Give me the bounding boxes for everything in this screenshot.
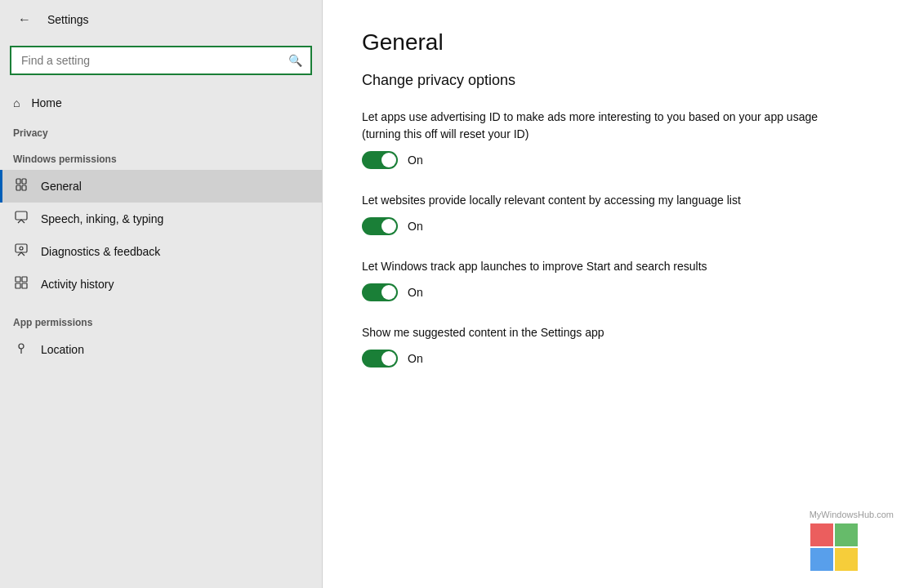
svg-rect-3 xyxy=(22,185,26,190)
logo-blue xyxy=(810,548,833,571)
svg-rect-1 xyxy=(16,185,20,190)
svg-rect-0 xyxy=(16,179,20,184)
advertising-description: Let apps use advertising ID to make ads … xyxy=(362,109,819,143)
language-state: On xyxy=(408,220,423,233)
advertising-state: On xyxy=(408,154,423,167)
svg-rect-7 xyxy=(16,277,20,282)
svg-point-11 xyxy=(19,344,24,349)
watermark: MyWindowsHub.com xyxy=(810,510,894,572)
sidebar-item-home[interactable]: ⌂ Home xyxy=(0,88,322,118)
home-icon: ⌂ xyxy=(13,96,20,109)
sidebar-item-diagnostics[interactable]: Diagnostics & feedback xyxy=(0,235,322,268)
section-title: Change privacy options xyxy=(362,72,871,89)
sidebar-item-activity[interactable]: Activity history xyxy=(0,268,322,301)
titlebar: ← Settings xyxy=(0,0,322,39)
windows-permissions-label: Windows permissions xyxy=(0,144,322,170)
watermark-text: MyWindowsHub.com xyxy=(810,510,894,519)
location-icon xyxy=(13,341,29,358)
search-input[interactable] xyxy=(11,47,280,74)
setting-suggested: Show me suggested content in the Setting… xyxy=(362,324,871,368)
track-state: On xyxy=(408,286,423,299)
svg-rect-5 xyxy=(16,244,27,252)
activity-label: Activity history xyxy=(41,278,114,291)
language-description: Let websites provide locally relevant co… xyxy=(362,192,819,209)
advertising-toggle-row: On xyxy=(362,151,871,169)
back-icon: ← xyxy=(18,12,31,27)
titlebar-title: Settings xyxy=(47,13,89,26)
track-description: Let Windows track app launches to improv… xyxy=(362,258,819,275)
sidebar-item-location[interactable]: Location xyxy=(0,333,322,366)
track-toggle-row: On xyxy=(362,283,871,301)
sidebar-item-speech[interactable]: Speech, inking, & typing xyxy=(0,203,322,235)
sidebar: ← Settings 🔍 ⌂ Home Privacy Windows perm… xyxy=(0,0,323,588)
setting-advertising: Let apps use advertising ID to make ads … xyxy=(362,109,871,169)
track-toggle[interactable] xyxy=(362,283,398,301)
search-icon: 🔍 xyxy=(280,54,310,67)
back-button[interactable]: ← xyxy=(13,8,36,31)
setting-track: Let Windows track app launches to improv… xyxy=(362,258,871,301)
suggested-state: On xyxy=(408,352,423,365)
suggested-toggle-row: On xyxy=(362,350,871,368)
activity-icon xyxy=(13,276,29,292)
page-title: General xyxy=(362,29,871,56)
suggested-description: Show me suggested content in the Setting… xyxy=(362,324,819,341)
svg-rect-10 xyxy=(22,283,27,288)
setting-language: Let websites provide locally relevant co… xyxy=(362,192,871,235)
svg-point-6 xyxy=(20,247,23,250)
main-content: General Change privacy options Let apps … xyxy=(323,0,910,588)
diagnostics-icon xyxy=(13,243,29,260)
speech-label: Speech, inking, & typing xyxy=(41,212,163,225)
svg-rect-8 xyxy=(22,277,27,282)
language-toggle-row: On xyxy=(362,217,871,235)
suggested-toggle[interactable] xyxy=(362,350,398,368)
logo-green xyxy=(835,523,858,546)
home-label: Home xyxy=(31,96,61,109)
location-label: Location xyxy=(41,343,84,356)
watermark-logo xyxy=(810,523,859,572)
svg-rect-4 xyxy=(16,212,27,220)
language-toggle[interactable] xyxy=(362,217,398,235)
privacy-section-label: Privacy xyxy=(0,118,322,144)
app-permissions-label: App permissions xyxy=(0,307,322,333)
general-icon xyxy=(13,178,29,194)
svg-rect-2 xyxy=(22,179,26,184)
svg-rect-9 xyxy=(16,283,20,288)
advertising-toggle[interactable] xyxy=(362,151,398,169)
logo-yellow xyxy=(835,548,858,571)
search-container: 🔍 xyxy=(10,46,312,75)
speech-icon xyxy=(13,211,29,227)
logo-red xyxy=(810,523,833,546)
general-label: General xyxy=(41,180,82,193)
diagnostics-label: Diagnostics & feedback xyxy=(41,245,160,258)
sidebar-item-general[interactable]: General xyxy=(0,170,322,203)
